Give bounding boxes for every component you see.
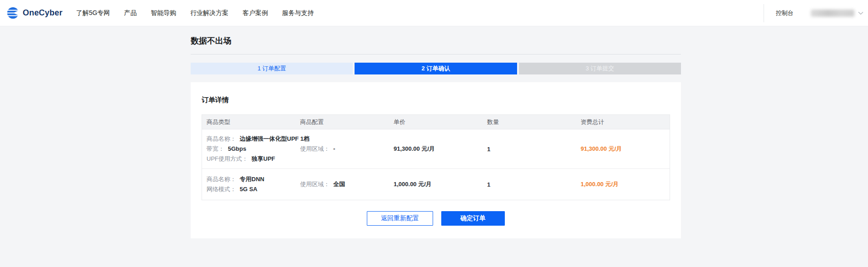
back-reconfigure-button[interactable]: 返回重新配置: [367, 211, 433, 226]
account-redacted[interactable]: [811, 10, 854, 17]
product-type-cell: 商品名称： 边缘增强一体化型UPF 1档 带宽： 5Gbps UPF使用方式： …: [202, 134, 296, 164]
field-label: 商品名称：: [207, 134, 236, 144]
field-value: 边缘增强一体化型UPF 1档: [240, 134, 310, 144]
total-charge-cell: 91,300.00 元/月: [576, 145, 670, 153]
field-value: -: [333, 144, 335, 154]
step-order-submit: 3 订单提交: [519, 63, 681, 74]
field-label: 使用区域：: [300, 179, 330, 189]
console-link[interactable]: 控制台: [776, 9, 794, 17]
onecyber-logo-icon: [6, 6, 20, 20]
col-header-unit-price: 单价: [389, 118, 483, 126]
header-divider: [764, 4, 764, 22]
unit-price-cell: 91,300.00 元/月: [389, 145, 483, 153]
main-nav: 了解5G专网 产品 智能导购 行业解决方案 客户案例 服务与支持: [76, 9, 314, 17]
product-config-cell: 使用区域： -: [296, 144, 389, 154]
field-value: 5Gbps: [228, 144, 246, 154]
table-row: 商品名称： 专用DNN 网络模式： 5G SA 使用区域： 全国 1,000.0…: [202, 168, 670, 200]
nav-item-industry-solutions[interactable]: 行业解决方案: [190, 9, 228, 17]
nav-item-smart-guide[interactable]: 智能导购: [151, 9, 176, 17]
top-navigation-bar: OneCyber 了解5G专网 产品 智能导购 行业解决方案 客户案例 服务与支…: [0, 0, 868, 26]
field-label: 商品名称：: [207, 174, 236, 184]
field-value: 专用DNN: [240, 174, 264, 184]
field-label: 使用区域：: [300, 144, 330, 154]
product-type-cell: 商品名称： 专用DNN 网络模式： 5G SA: [202, 174, 296, 194]
chevron-down-icon[interactable]: [858, 11, 863, 15]
page-title: 数据不出场: [191, 26, 681, 46]
field-value: 5G SA: [240, 184, 257, 194]
action-buttons: 返回重新配置 确定订单: [202, 211, 670, 226]
step-order-confirm[interactable]: 2 订单确认: [355, 63, 517, 74]
field-value: 独享UPF: [252, 154, 275, 164]
nav-item-service-support[interactable]: 服务与支持: [282, 9, 314, 17]
nav-item-customer-cases[interactable]: 客户案例: [242, 9, 268, 17]
step-order-config[interactable]: 1 订单配置: [191, 63, 353, 74]
field-label: UPF使用方式：: [207, 154, 248, 164]
field-label: 带宽：: [207, 144, 224, 154]
confirm-order-button[interactable]: 确定订单: [441, 211, 505, 226]
order-details-card: 订单详情 商品类型 商品配置 单价 数量 资费总计 商品名称： 边缘增强一体化型…: [191, 82, 681, 238]
product-config-cell: 使用区域： 全国: [296, 179, 389, 189]
nav-item-learn-5g[interactable]: 了解5G专网: [76, 9, 110, 17]
table-header-row: 商品类型 商品配置 单价 数量 资费总计: [202, 115, 670, 129]
title-divider: [191, 54, 681, 54]
col-header-product-type: 商品类型: [202, 118, 296, 126]
field-value: 全国: [333, 179, 345, 189]
col-header-product-config: 商品配置: [296, 118, 389, 126]
quantity-cell: 1: [483, 146, 576, 153]
total-charge-cell: 1,000.00 元/月: [576, 180, 670, 188]
order-stepper: 1 订单配置 2 订单确认 3 订单提交: [191, 63, 681, 74]
unit-price-cell: 1,000.00 元/月: [389, 180, 483, 188]
brand: OneCyber: [6, 6, 63, 20]
field-label: 网络模式：: [207, 184, 236, 194]
col-header-total-charge: 资费总计: [576, 118, 670, 126]
topbar-right: 控制台: [764, 4, 863, 22]
brand-name: OneCyber: [23, 8, 63, 18]
nav-item-products[interactable]: 产品: [124, 9, 137, 17]
quantity-cell: 1: [483, 181, 576, 188]
order-details-title: 订单详情: [202, 96, 670, 104]
table-row: 商品名称： 边缘增强一体化型UPF 1档 带宽： 5Gbps UPF使用方式： …: [202, 129, 670, 168]
order-table: 商品类型 商品配置 单价 数量 资费总计 商品名称： 边缘增强一体化型UPF 1…: [202, 114, 670, 200]
col-header-quantity: 数量: [483, 118, 576, 126]
page-content: 数据不出场 1 订单配置 2 订单确认 3 订单提交 订单详情 商品类型 商品配…: [191, 26, 681, 238]
